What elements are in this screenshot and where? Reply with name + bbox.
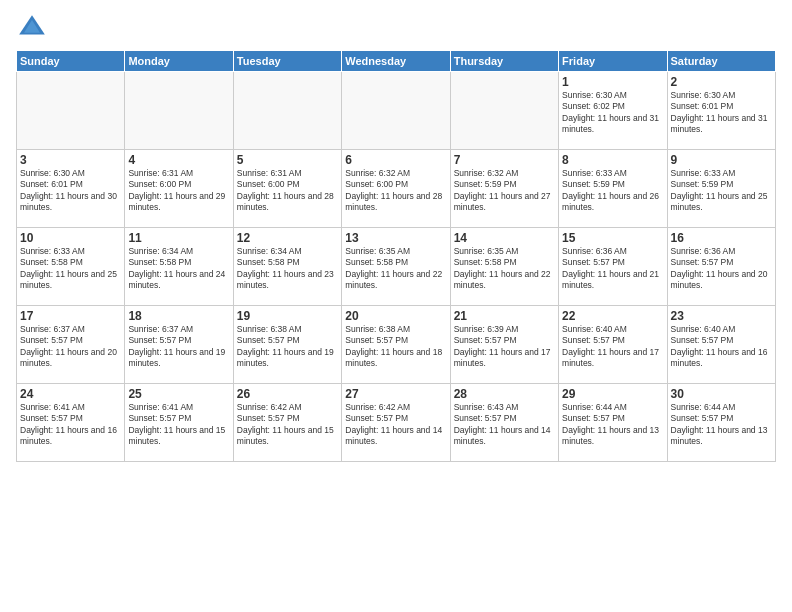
- calendar-cell: 19Sunrise: 6:38 AM Sunset: 5:57 PM Dayli…: [233, 306, 341, 384]
- week-row-2: 3Sunrise: 6:30 AM Sunset: 6:01 PM Daylig…: [17, 150, 776, 228]
- day-info: Sunrise: 6:38 AM Sunset: 5:57 PM Dayligh…: [345, 324, 446, 370]
- day-number: 15: [562, 231, 663, 245]
- calendar-cell: 20Sunrise: 6:38 AM Sunset: 5:57 PM Dayli…: [342, 306, 450, 384]
- day-number: 4: [128, 153, 229, 167]
- week-row-1: 1Sunrise: 6:30 AM Sunset: 6:02 PM Daylig…: [17, 72, 776, 150]
- day-number: 24: [20, 387, 121, 401]
- day-info: Sunrise: 6:30 AM Sunset: 6:01 PM Dayligh…: [671, 90, 772, 136]
- day-number: 17: [20, 309, 121, 323]
- page: SundayMondayTuesdayWednesdayThursdayFrid…: [0, 0, 792, 612]
- day-number: 27: [345, 387, 446, 401]
- day-number: 20: [345, 309, 446, 323]
- weekday-header-row: SundayMondayTuesdayWednesdayThursdayFrid…: [17, 51, 776, 72]
- day-info: Sunrise: 6:41 AM Sunset: 5:57 PM Dayligh…: [20, 402, 121, 448]
- calendar-cell: 4Sunrise: 6:31 AM Sunset: 6:00 PM Daylig…: [125, 150, 233, 228]
- day-info: Sunrise: 6:42 AM Sunset: 5:57 PM Dayligh…: [345, 402, 446, 448]
- calendar-cell: 14Sunrise: 6:35 AM Sunset: 5:58 PM Dayli…: [450, 228, 558, 306]
- day-info: Sunrise: 6:36 AM Sunset: 5:57 PM Dayligh…: [562, 246, 663, 292]
- day-info: Sunrise: 6:30 AM Sunset: 6:01 PM Dayligh…: [20, 168, 121, 214]
- calendar-cell: 23Sunrise: 6:40 AM Sunset: 5:57 PM Dayli…: [667, 306, 775, 384]
- calendar-table: SundayMondayTuesdayWednesdayThursdayFrid…: [16, 50, 776, 462]
- week-row-3: 10Sunrise: 6:33 AM Sunset: 5:58 PM Dayli…: [17, 228, 776, 306]
- weekday-header-friday: Friday: [559, 51, 667, 72]
- calendar-cell: 5Sunrise: 6:31 AM Sunset: 6:00 PM Daylig…: [233, 150, 341, 228]
- day-number: 6: [345, 153, 446, 167]
- day-info: Sunrise: 6:40 AM Sunset: 5:57 PM Dayligh…: [671, 324, 772, 370]
- day-info: Sunrise: 6:39 AM Sunset: 5:57 PM Dayligh…: [454, 324, 555, 370]
- weekday-header-monday: Monday: [125, 51, 233, 72]
- day-info: Sunrise: 6:40 AM Sunset: 5:57 PM Dayligh…: [562, 324, 663, 370]
- calendar-cell: 22Sunrise: 6:40 AM Sunset: 5:57 PM Dayli…: [559, 306, 667, 384]
- day-number: 26: [237, 387, 338, 401]
- day-info: Sunrise: 6:41 AM Sunset: 5:57 PM Dayligh…: [128, 402, 229, 448]
- calendar-cell: [342, 72, 450, 150]
- calendar-cell: 1Sunrise: 6:30 AM Sunset: 6:02 PM Daylig…: [559, 72, 667, 150]
- calendar-cell: 30Sunrise: 6:44 AM Sunset: 5:57 PM Dayli…: [667, 384, 775, 462]
- day-info: Sunrise: 6:33 AM Sunset: 5:59 PM Dayligh…: [562, 168, 663, 214]
- day-number: 8: [562, 153, 663, 167]
- day-number: 7: [454, 153, 555, 167]
- calendar-cell: [450, 72, 558, 150]
- calendar-cell: 13Sunrise: 6:35 AM Sunset: 5:58 PM Dayli…: [342, 228, 450, 306]
- day-number: 28: [454, 387, 555, 401]
- weekday-header-saturday: Saturday: [667, 51, 775, 72]
- day-info: Sunrise: 6:34 AM Sunset: 5:58 PM Dayligh…: [237, 246, 338, 292]
- calendar-cell: 25Sunrise: 6:41 AM Sunset: 5:57 PM Dayli…: [125, 384, 233, 462]
- day-info: Sunrise: 6:37 AM Sunset: 5:57 PM Dayligh…: [128, 324, 229, 370]
- calendar-cell: 11Sunrise: 6:34 AM Sunset: 5:58 PM Dayli…: [125, 228, 233, 306]
- day-number: 3: [20, 153, 121, 167]
- calendar-cell: 7Sunrise: 6:32 AM Sunset: 5:59 PM Daylig…: [450, 150, 558, 228]
- calendar-cell: 3Sunrise: 6:30 AM Sunset: 6:01 PM Daylig…: [17, 150, 125, 228]
- day-number: 11: [128, 231, 229, 245]
- weekday-header-thursday: Thursday: [450, 51, 558, 72]
- day-number: 30: [671, 387, 772, 401]
- logo: [16, 12, 52, 44]
- week-row-5: 24Sunrise: 6:41 AM Sunset: 5:57 PM Dayli…: [17, 384, 776, 462]
- calendar-cell: 9Sunrise: 6:33 AM Sunset: 5:59 PM Daylig…: [667, 150, 775, 228]
- day-info: Sunrise: 6:33 AM Sunset: 5:58 PM Dayligh…: [20, 246, 121, 292]
- day-info: Sunrise: 6:34 AM Sunset: 5:58 PM Dayligh…: [128, 246, 229, 292]
- calendar-cell: 29Sunrise: 6:44 AM Sunset: 5:57 PM Dayli…: [559, 384, 667, 462]
- day-number: 5: [237, 153, 338, 167]
- calendar-cell: 8Sunrise: 6:33 AM Sunset: 5:59 PM Daylig…: [559, 150, 667, 228]
- calendar-cell: 6Sunrise: 6:32 AM Sunset: 6:00 PM Daylig…: [342, 150, 450, 228]
- calendar-cell: 15Sunrise: 6:36 AM Sunset: 5:57 PM Dayli…: [559, 228, 667, 306]
- day-number: 25: [128, 387, 229, 401]
- day-number: 12: [237, 231, 338, 245]
- calendar-cell: [125, 72, 233, 150]
- day-info: Sunrise: 6:37 AM Sunset: 5:57 PM Dayligh…: [20, 324, 121, 370]
- calendar-cell: 26Sunrise: 6:42 AM Sunset: 5:57 PM Dayli…: [233, 384, 341, 462]
- day-info: Sunrise: 6:44 AM Sunset: 5:57 PM Dayligh…: [671, 402, 772, 448]
- calendar-cell: 28Sunrise: 6:43 AM Sunset: 5:57 PM Dayli…: [450, 384, 558, 462]
- calendar-cell: 12Sunrise: 6:34 AM Sunset: 5:58 PM Dayli…: [233, 228, 341, 306]
- calendar-cell: [233, 72, 341, 150]
- day-info: Sunrise: 6:31 AM Sunset: 6:00 PM Dayligh…: [237, 168, 338, 214]
- calendar-cell: 16Sunrise: 6:36 AM Sunset: 5:57 PM Dayli…: [667, 228, 775, 306]
- calendar-cell: 10Sunrise: 6:33 AM Sunset: 5:58 PM Dayli…: [17, 228, 125, 306]
- day-number: 18: [128, 309, 229, 323]
- calendar-cell: 18Sunrise: 6:37 AM Sunset: 5:57 PM Dayli…: [125, 306, 233, 384]
- day-info: Sunrise: 6:35 AM Sunset: 5:58 PM Dayligh…: [345, 246, 446, 292]
- weekday-header-sunday: Sunday: [17, 51, 125, 72]
- day-info: Sunrise: 6:43 AM Sunset: 5:57 PM Dayligh…: [454, 402, 555, 448]
- weekday-header-tuesday: Tuesday: [233, 51, 341, 72]
- day-number: 14: [454, 231, 555, 245]
- day-info: Sunrise: 6:30 AM Sunset: 6:02 PM Dayligh…: [562, 90, 663, 136]
- day-info: Sunrise: 6:36 AM Sunset: 5:57 PM Dayligh…: [671, 246, 772, 292]
- calendar-cell: 21Sunrise: 6:39 AM Sunset: 5:57 PM Dayli…: [450, 306, 558, 384]
- day-info: Sunrise: 6:38 AM Sunset: 5:57 PM Dayligh…: [237, 324, 338, 370]
- day-number: 21: [454, 309, 555, 323]
- calendar-cell: 27Sunrise: 6:42 AM Sunset: 5:57 PM Dayli…: [342, 384, 450, 462]
- day-info: Sunrise: 6:42 AM Sunset: 5:57 PM Dayligh…: [237, 402, 338, 448]
- day-info: Sunrise: 6:35 AM Sunset: 5:58 PM Dayligh…: [454, 246, 555, 292]
- day-info: Sunrise: 6:44 AM Sunset: 5:57 PM Dayligh…: [562, 402, 663, 448]
- day-info: Sunrise: 6:32 AM Sunset: 5:59 PM Dayligh…: [454, 168, 555, 214]
- day-number: 19: [237, 309, 338, 323]
- day-number: 23: [671, 309, 772, 323]
- logo-icon: [16, 12, 48, 44]
- calendar-cell: 24Sunrise: 6:41 AM Sunset: 5:57 PM Dayli…: [17, 384, 125, 462]
- day-number: 9: [671, 153, 772, 167]
- day-info: Sunrise: 6:32 AM Sunset: 6:00 PM Dayligh…: [345, 168, 446, 214]
- header: [16, 12, 776, 44]
- day-number: 29: [562, 387, 663, 401]
